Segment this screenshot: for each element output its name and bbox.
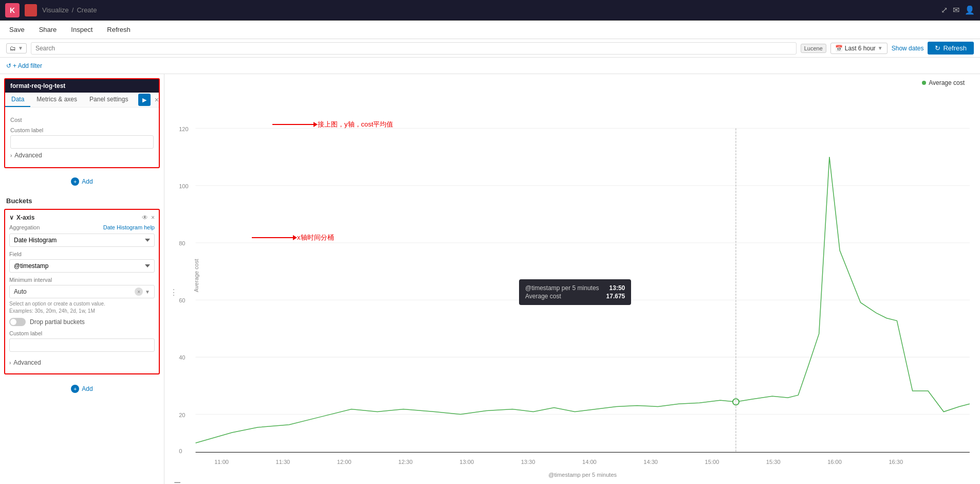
drop-partial-toggle[interactable] bbox=[9, 318, 26, 326]
x-axis-annotation: x轴时间分桶 bbox=[252, 233, 334, 242]
drop-partial-label: Drop partial buckets bbox=[30, 318, 85, 326]
agg-row: Aggregation Date Histogram help bbox=[9, 224, 155, 230]
chart-type-icon[interactable]: ☰ bbox=[174, 480, 181, 484]
index-selector-icon: 🗂 bbox=[10, 45, 16, 52]
close-bucket-icon[interactable]: × bbox=[151, 214, 155, 221]
metrics-panel: format-req-log-test Data Metrics & axes … bbox=[4, 78, 160, 168]
chart-container: 120 100 80 60 40 20 0 Average cost bbox=[170, 89, 975, 484]
time-range-label: Last 6 hour bbox=[845, 45, 876, 52]
lucene-badge[interactable]: Lucene bbox=[801, 44, 826, 53]
search-input[interactable] bbox=[31, 42, 797, 55]
left-panel: format-req-log-test Data Metrics & axes … bbox=[0, 74, 164, 484]
custom-label-input[interactable] bbox=[10, 135, 154, 149]
refresh-icon: ↻ bbox=[935, 44, 940, 52]
save-button[interactable]: Save bbox=[6, 24, 28, 35]
chart-legend: Average cost bbox=[170, 79, 975, 89]
add-metric-button[interactable]: + Add bbox=[65, 174, 99, 189]
advanced-toggle[interactable]: › Advanced bbox=[10, 149, 154, 162]
metrics-tabs: Data Metrics & axes Panel settings ▶ × bbox=[5, 93, 159, 107]
plus-icon-1: + bbox=[71, 177, 79, 186]
field-select[interactable]: @timestamp bbox=[9, 259, 155, 273]
y-axis-annotation: 接上图，y轴，cost平均值 bbox=[272, 120, 393, 129]
svg-text:16:00: 16:00 bbox=[827, 459, 842, 465]
breadcrumb-separator: / bbox=[72, 6, 74, 14]
field-label: Field bbox=[9, 251, 155, 257]
svg-text:11:00: 11:00 bbox=[214, 459, 229, 465]
bucket-chevron-right-icon: › bbox=[9, 360, 11, 366]
bucket-advanced-label: Advanced bbox=[13, 359, 41, 366]
svg-text:14:00: 14:00 bbox=[582, 459, 597, 465]
metrics-body: Cost Custom label › Advanced bbox=[5, 107, 159, 167]
eye-icon[interactable]: 👁 bbox=[142, 214, 148, 221]
bucket-advanced-toggle[interactable]: › Advanced bbox=[9, 356, 155, 369]
expand-icon[interactable]: ⤢ bbox=[941, 5, 948, 15]
add-filter-button[interactable]: ↺ + Add filter bbox=[6, 62, 42, 69]
breadcrumb-parent[interactable]: Visualize bbox=[42, 6, 69, 14]
svg-text:15:30: 15:30 bbox=[766, 459, 781, 465]
svg-text:100: 100 bbox=[179, 183, 189, 189]
breadcrumb: Visualize / Create bbox=[42, 6, 97, 14]
svg-text:16:30: 16:30 bbox=[889, 459, 903, 465]
svg-text:13:30: 13:30 bbox=[521, 459, 535, 465]
refresh-button[interactable]: Refresh bbox=[104, 24, 134, 35]
svg-text:80: 80 bbox=[179, 240, 185, 246]
custom-label-field-label: Custom label bbox=[10, 127, 154, 133]
chart-area: Average cost 120 100 80 60 40 20 0 Avera… bbox=[164, 74, 980, 484]
svg-text:11:30: 11:30 bbox=[275, 459, 290, 465]
aggregation-select[interactable]: Date Histogram bbox=[9, 234, 155, 247]
tab-close-button[interactable]: × bbox=[155, 96, 159, 104]
user-icon[interactable]: 👤 bbox=[965, 5, 975, 15]
calendar-icon: 📅 bbox=[835, 45, 843, 52]
bucket-custom-label-label: Custom label bbox=[9, 330, 155, 336]
filter-right: Lucene 📅 Last 6 hour ▼ Show dates ↻ Refr… bbox=[801, 42, 974, 55]
tab-metrics-axes[interactable]: Metrics & axes bbox=[30, 93, 83, 107]
panel-drag-handle[interactable]: ⋮ bbox=[170, 288, 178, 297]
add-metric-row: + Add bbox=[0, 172, 164, 193]
y-axis-annotation-text: 接上图，y轴，cost平均值 bbox=[318, 120, 393, 129]
toggle-knob bbox=[10, 319, 16, 325]
time-picker-button[interactable]: 📅 Last 6 hour ▼ bbox=[830, 43, 887, 54]
inspect-button[interactable]: Inspect bbox=[68, 24, 96, 35]
share-button[interactable]: Share bbox=[36, 24, 60, 35]
add-bucket-button[interactable]: + Add bbox=[65, 382, 99, 396]
advanced-label: Advanced bbox=[14, 152, 42, 159]
legend-item-avg-cost: Average cost bbox=[922, 79, 965, 86]
buckets-section-header: Buckets bbox=[0, 193, 164, 209]
svg-text:60: 60 bbox=[179, 297, 185, 303]
x-axis-annotation-text: x轴时间分桶 bbox=[297, 233, 334, 242]
hint-text: Select an option or create a custom valu… bbox=[9, 300, 155, 315]
show-dates-button[interactable]: Show dates bbox=[892, 45, 924, 52]
chevron-right-icon: › bbox=[10, 153, 12, 158]
index-dropdown-icon[interactable]: ▼ bbox=[18, 45, 23, 51]
plus-icon-2: + bbox=[71, 385, 79, 393]
date-histogram-help-link[interactable]: Date Histogram help bbox=[103, 224, 155, 230]
tab-panel-settings[interactable]: Panel settings bbox=[83, 93, 134, 107]
bucket-chevron-icon[interactable]: ∨ bbox=[9, 214, 14, 221]
metrics-panel-title: format-req-log-test bbox=[10, 82, 65, 89]
bucket-panel: ∨ X-axis 👁 × Aggregation Date Histogram … bbox=[4, 209, 160, 374]
drop-partial-row: Drop partial buckets bbox=[9, 318, 155, 326]
tab-run-button[interactable]: ▶ bbox=[138, 94, 151, 106]
tab-action-icons: ▶ × bbox=[138, 94, 159, 106]
clear-interval-icon[interactable]: × bbox=[135, 288, 143, 296]
bucket-row: ∨ X-axis 👁 × bbox=[9, 214, 155, 221]
add-filter-row: ↺ + Add filter bbox=[0, 58, 980, 74]
auto-interval-value: Auto bbox=[14, 288, 27, 295]
legend-label: Average cost bbox=[929, 79, 965, 86]
header-refresh-button[interactable]: ↻ Refresh bbox=[928, 42, 974, 55]
svg-text:@timestamp per 5 minutes: @timestamp per 5 minutes bbox=[548, 472, 617, 478]
interval-dropdown-icon[interactable]: ▼ bbox=[145, 289, 150, 295]
x-axis-label: X-axis bbox=[16, 214, 34, 221]
refresh-small-icon: ↺ bbox=[6, 62, 11, 69]
tab-data[interactable]: Data bbox=[5, 93, 30, 107]
svg-text:Average cost: Average cost bbox=[193, 259, 199, 292]
metrics-panel-header: format-req-log-test bbox=[5, 79, 159, 93]
edit-toolbar: Save Share Inspect Refresh bbox=[0, 21, 980, 39]
svg-text:14:30: 14:30 bbox=[643, 459, 658, 465]
mail-icon[interactable]: ✉ bbox=[953, 5, 959, 15]
svg-text:12:30: 12:30 bbox=[398, 459, 413, 465]
breadcrumb-current: Create bbox=[77, 6, 97, 14]
bucket-custom-label-input[interactable] bbox=[9, 338, 155, 352]
bucket-icons: 👁 × bbox=[142, 214, 155, 221]
svg-text:20: 20 bbox=[179, 412, 185, 418]
